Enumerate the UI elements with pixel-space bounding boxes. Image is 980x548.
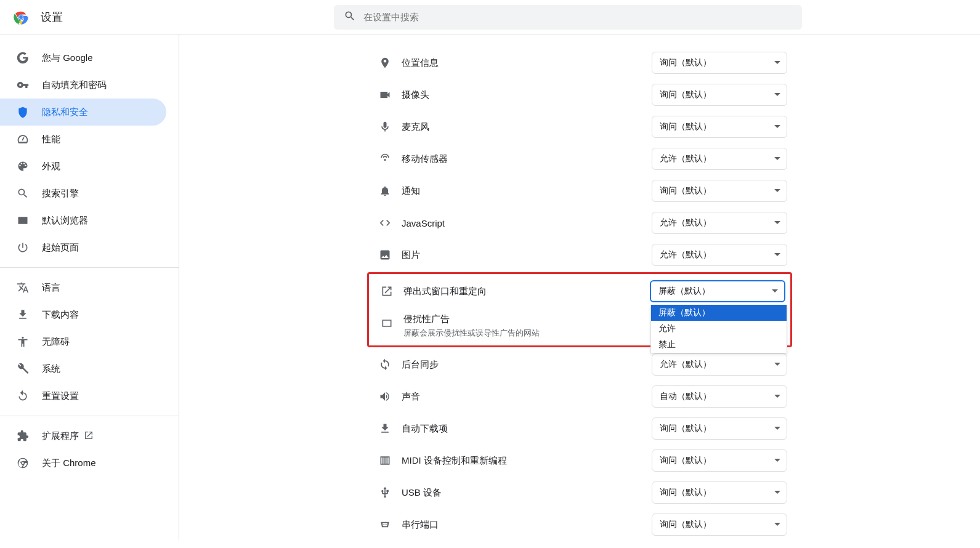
permission-select-camera[interactable]: 询问（默认） [652,84,787,106]
sidebar-item-label: 自动填充和密码 [42,79,107,91]
sidebar-item-extensions[interactable]: 扩展程序 [0,422,166,449]
permission-select-background-sync[interactable]: 允许（默认） [652,353,787,376]
sidebar-item-label: 您与 Google [42,52,93,64]
select-value: 允许（默认） [660,249,711,260]
chevron-down-icon [774,456,780,465]
permission-row-images[interactable]: 图片 允许（默认） [367,239,792,271]
reset-icon [16,389,30,403]
browser-icon [16,214,30,227]
select-value: 询问（默认） [660,121,711,132]
permission-row-serial[interactable]: 串行端口 询问（默认） [367,509,792,541]
open-external-icon [84,430,94,442]
sidebar-item-about[interactable]: 关于 Chrome [0,449,166,477]
image-icon [375,249,395,261]
sidebar-item-label: 扩展程序 [42,430,79,442]
sidebar-item-label: 下载内容 [42,309,79,321]
permission-row-notifications[interactable]: 通知 询问（默认） [367,175,792,207]
permission-row-sound[interactable]: 声音 自动（默认） [367,381,792,413]
select-value: 允许（默认） [660,153,711,164]
chevron-down-icon [774,360,780,369]
sidebar-item-autofill[interactable]: 自动填充和密码 [0,71,166,99]
sidebar-item-label: 语言 [42,282,60,294]
permission-row-auto-download[interactable]: 自动下载项 询问（默认） [367,413,792,445]
sidebar-item-label: 性能 [42,134,60,145]
permission-row-camera[interactable]: 摄像头 询问（默认） [367,79,792,111]
sidebar-item-you-and-google[interactable]: 您与 Google [0,44,166,71]
sidebar-item-startup[interactable]: 起始页面 [0,234,166,261]
permission-row-location[interactable]: 位置信息 询问（默认） [367,47,792,79]
select-value: 询问（默认） [660,455,711,466]
sidebar-item-label: 系统 [42,363,60,375]
permission-label: 图片 [402,249,652,261]
chevron-down-icon [774,218,780,228]
chevron-down-icon [774,154,780,164]
sidebar-item-appearance[interactable]: 外观 [0,153,166,180]
code-icon [375,217,395,229]
permission-row-javascript[interactable]: JavaScript 允许（默认） [367,207,792,239]
permission-select-microphone[interactable]: 询问（默认） [652,116,787,138]
permission-label: 移动传感器 [402,153,652,165]
sidebar-item-search-engine[interactable]: 搜索引擎 [0,180,166,207]
extension-icon [16,429,30,443]
select-value: 询问（默认） [660,487,711,498]
permission-select-popups[interactable]: 屏蔽（默认） 屏蔽（默认） 允许 禁止 [650,280,785,302]
sidebar-item-label: 重置设置 [42,390,79,402]
permission-label: 摄像头 [402,89,652,101]
permission-select-notifications[interactable]: 询问（默认） [652,180,787,202]
dropdown-option-block[interactable]: 禁止 [651,337,787,353]
page-title: 设置 [41,10,63,25]
permission-select-motion[interactable]: 允许（默认） [652,148,787,170]
permission-row-microphone[interactable]: 麦克风 询问（默认） [367,111,792,143]
main-content: 位置信息 询问（默认） 摄像头 询问（默认） 麦克风 询问（默认） 移动传感器 … [179,34,980,541]
search-icon [16,187,30,200]
select-value: 询问（默认） [660,185,711,196]
sidebar-item-accessibility[interactable]: 无障碍 [0,328,166,355]
chevron-down-icon [774,186,780,196]
sidebar: 您与 Google 自动填充和密码 隐私和安全 性能 外观 搜索引擎 默认浏览器 [0,34,179,541]
sidebar-item-performance[interactable]: 性能 [0,126,166,153]
sidebar-item-label: 隐私和安全 [42,107,88,118]
sidebar-item-language[interactable]: 语言 [0,274,166,301]
permission-select-usb[interactable]: 询问（默认） [652,482,787,504]
sidebar-item-label: 外观 [42,161,60,172]
permission-select-images[interactable]: 允许（默认） [652,244,787,266]
download-icon [16,308,30,321]
select-value: 自动（默认） [660,391,711,402]
permission-label: USB 设备 [402,487,652,499]
microphone-icon [375,121,395,133]
popup-icon [376,285,397,297]
permission-label: 声音 [402,391,652,403]
permission-label: 自动下载项 [402,423,652,435]
sidebar-item-privacy[interactable]: 隐私和安全 [0,99,166,126]
permission-select-javascript[interactable]: 允许（默认） [652,212,787,234]
chrome-outline-icon [16,456,30,470]
sidebar-item-reset[interactable]: 重置设置 [0,382,166,409]
permission-row-popups[interactable]: 弹出式窗口和重定向 屏蔽（默认） 屏蔽（默认） 允许 禁止 [369,275,790,307]
google-g-icon [16,51,30,65]
permission-row-usb[interactable]: USB 设备 询问（默认） [367,477,792,509]
sidebar-item-label: 关于 Chrome [42,457,96,469]
sidebar-item-label: 默认浏览器 [42,215,88,227]
sidebar-item-system[interactable]: 系统 [0,355,166,382]
permission-select-auto-download[interactable]: 询问（默认） [652,417,787,440]
dropdown-option-allow[interactable]: 允许 [651,321,787,337]
select-value: 允许（默认） [660,217,711,228]
motion-sensor-icon [375,153,395,165]
permission-select-sound[interactable]: 自动（默认） [652,385,787,408]
search-box[interactable] [334,5,802,30]
chevron-down-icon [774,424,780,433]
dropdown-option-block-default[interactable]: 屏蔽（默认） [651,305,787,321]
permission-select-serial[interactable]: 询问（默认） [652,514,787,536]
bell-icon [375,185,395,197]
midi-icon [375,454,395,467]
search-input[interactable] [363,12,792,22]
select-value: 询问（默认） [660,89,711,100]
permission-select-midi[interactable]: 询问（默认） [652,449,787,472]
permission-row-midi[interactable]: MIDI 设备控制和重新编程 询问（默认） [367,445,792,477]
sidebar-item-downloads[interactable]: 下载内容 [0,301,166,328]
permission-row-motion[interactable]: 移动传感器 允许（默认） [367,143,792,175]
permission-select-location[interactable]: 询问（默认） [652,52,787,74]
wrench-icon [16,362,30,376]
permission-label: 通知 [402,185,652,197]
sidebar-item-default-browser[interactable]: 默认浏览器 [0,207,166,234]
